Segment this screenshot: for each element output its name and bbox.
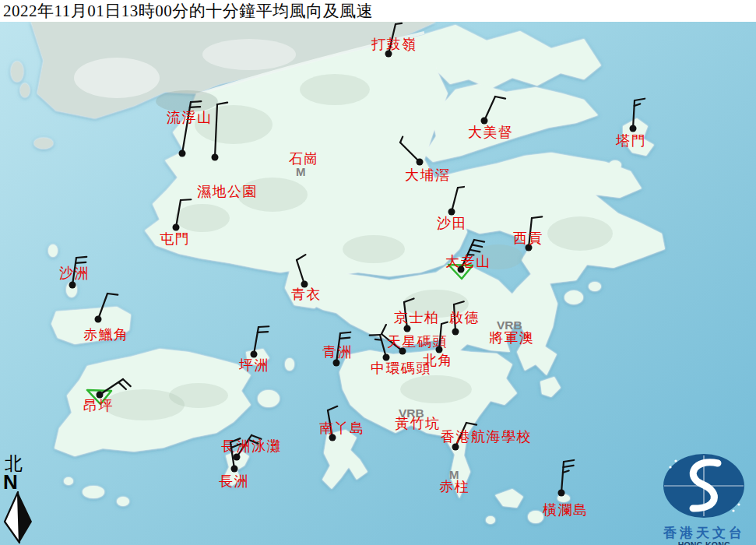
- station-label: 啟德: [449, 310, 480, 325]
- wind-barb-tick: [76, 262, 86, 263]
- north-compass: 北 N: [2, 455, 38, 545]
- wind-barb-tick: [190, 107, 200, 107]
- station-dot: [179, 150, 186, 157]
- north-arrow-icon: [2, 491, 35, 544]
- hong-kong-wind-map: 打鼓嶺流浮山濕地公園M石崗大美督塔門大埔滘沙田西貢大老山屯門沙洲赤鱲角青衣昂坪坪…: [0, 0, 756, 545]
- station-label: 赤鱲角: [83, 327, 129, 343]
- wind-barb-tick: [258, 326, 269, 327]
- station-label: 大美督: [468, 125, 514, 140]
- station-dot: [630, 125, 637, 132]
- station-dot: [173, 224, 180, 231]
- station-label: 大老山: [445, 254, 491, 269]
- station-label: 西貢: [513, 230, 543, 246]
- wind-barb-tick: [191, 101, 201, 102]
- station-label: 赤柱: [439, 479, 469, 494]
- station-dot: [95, 316, 102, 323]
- station-flag-m: M: [296, 165, 306, 178]
- station-dot: [333, 360, 340, 367]
- station-label: 濕地公園: [197, 184, 258, 199]
- station-dot: [212, 154, 219, 161]
- station-label: 青衣: [291, 287, 322, 302]
- station-dot: [231, 466, 238, 473]
- north-label-letter: N: [3, 473, 38, 490]
- wind-map-page: 打鼓嶺流浮山濕地公園M石崗大美督塔門大埔滘沙田西貢大老山屯門沙洲赤鱲角青衣昂坪坪…: [0, 0, 756, 545]
- station-label: 北角: [423, 353, 453, 368]
- title-bar: 2022年11月01日13時00分的十分鐘平均風向及風速: [0, 0, 756, 22]
- station-dot: [234, 454, 241, 461]
- station-label: 大埔滘: [405, 167, 451, 183]
- hko-logo-chinese: 香港天文台: [652, 526, 756, 540]
- station-dot: [558, 490, 565, 497]
- station-dot: [448, 209, 455, 216]
- station-label: 石崗: [289, 151, 319, 167]
- station-label: 沙洲: [59, 265, 90, 281]
- station-label: 青洲: [322, 344, 353, 360]
- wind-barb-tick: [396, 23, 402, 24]
- wind-barb-tick: [258, 332, 268, 332]
- station-label: 黃竹坑: [395, 416, 441, 431]
- station-label: 長洲: [219, 473, 249, 489]
- station-label: 塔門: [615, 133, 646, 149]
- station-dot: [69, 282, 76, 289]
- wind-barb-tick: [340, 332, 350, 333]
- station-dot: [404, 325, 411, 332]
- hko-logo: 香港天文台 HONG KONG OBSERVATORY: [652, 450, 756, 545]
- wind-barb-tick: [375, 339, 382, 340]
- station-label: 打鼓嶺: [371, 37, 417, 52]
- wind-barb-tick: [458, 187, 464, 188]
- hko-logo-english: HONG KONG OBSERVATORY: [652, 540, 756, 545]
- station-label: 橫瀾島: [543, 502, 589, 518]
- station-label: 京士柏: [394, 310, 440, 325]
- station-label: 流浮山: [167, 110, 213, 125]
- wind-barb-tick: [339, 338, 350, 339]
- station-label: 香港航海學校: [441, 429, 532, 445]
- wind-barb-tick: [181, 199, 191, 200]
- station-label: 屯門: [160, 231, 190, 247]
- station-label: 南丫島: [319, 420, 365, 436]
- map-title: 2022年11月01日13時00分的十分鐘平均風向及風速: [0, 0, 373, 22]
- station-dot: [452, 329, 459, 336]
- hko-logo-icon: [652, 450, 756, 522]
- station-label: 坪洲: [238, 357, 269, 373]
- wind-barb-tick: [76, 257, 86, 258]
- station-dot: [481, 118, 488, 125]
- station-label: 將軍澳: [489, 330, 535, 346]
- station-label: 昂坪: [83, 398, 114, 413]
- wind-barb-tick: [370, 335, 380, 336]
- station-label: 沙田: [437, 216, 467, 231]
- station-dot: [417, 159, 424, 166]
